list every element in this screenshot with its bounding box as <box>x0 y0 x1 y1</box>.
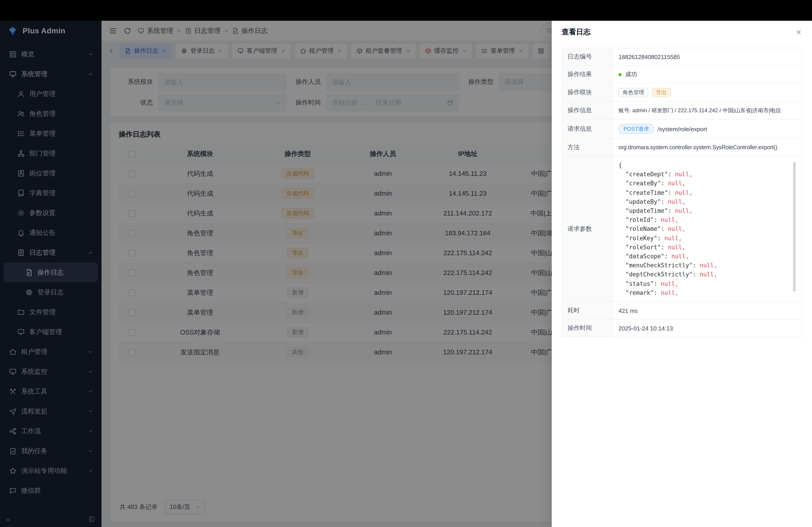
request-params-json[interactable]: { "createDept": null, "createBy": null, … <box>619 160 796 298</box>
operation-type-tag: 导出 <box>652 88 671 97</box>
detail-row-module: 操作模块 角色管理 导出 <box>562 84 802 102</box>
app-window: Plus Admin 概览 系统管理 用户管理 角色管理 菜单管理 部门管理 岗… <box>0 21 812 527</box>
detail-row-method: 方法 org.dromara.system.controller.system.… <box>562 139 802 156</box>
detail-row-params: 请求参数 { "createDept": null, "createBy": n… <box>562 156 802 302</box>
result-value: 成功 <box>625 70 637 78</box>
detail-row-request: 请求信息 POST请求 /system/role/export <box>562 119 802 139</box>
operation-time-value: 2025-01-24 10:14:13 <box>613 320 802 337</box>
drawer-title: 查看日志 <box>562 27 591 37</box>
detail-row-cost: 耗时 421 ms <box>562 302 802 320</box>
method-value: org.dromara.system.controller.system.Sys… <box>613 139 802 156</box>
detail-row-id: 日志编号 1882612840802115585 <box>562 48 802 66</box>
log-id-value: 1882612840802115585 <box>613 48 802 65</box>
modal-overlay[interactable] <box>0 21 552 527</box>
success-dot <box>619 73 622 76</box>
code-scrollbar-thumb[interactable] <box>793 162 796 292</box>
detail-row-info: 操作信息 账号: admin / 研发部门 / 222.175.114.242 … <box>562 102 802 119</box>
operation-info-value: 账号: admin / 研发部门 / 222.175.114.242 / 中国|… <box>613 102 802 119</box>
detail-row-result: 操作结果 成功 <box>562 66 802 84</box>
drawer-header: 查看日志 <box>552 21 812 43</box>
detail-row-time: 操作时间 2025-01-24 10:14:13 <box>562 320 802 337</box>
screen: Plus Admin 概览 系统管理 用户管理 角色管理 菜单管理 部门管理 岗… <box>0 0 812 527</box>
post-method-badge: POST请求 <box>619 124 654 134</box>
view-log-drawer: 查看日志 日志编号 1882612840802115585 操作结果 成功 操作… <box>552 21 812 527</box>
log-detail-table: 日志编号 1882612840802115585 操作结果 成功 操作模块 角色… <box>562 48 802 337</box>
top-black-strip <box>0 0 812 21</box>
request-url-value: /system/role/export <box>657 125 707 132</box>
cost-value: 421 ms <box>613 302 802 319</box>
module-tag: 角色管理 <box>619 88 648 97</box>
close-icon[interactable] <box>795 29 802 35</box>
